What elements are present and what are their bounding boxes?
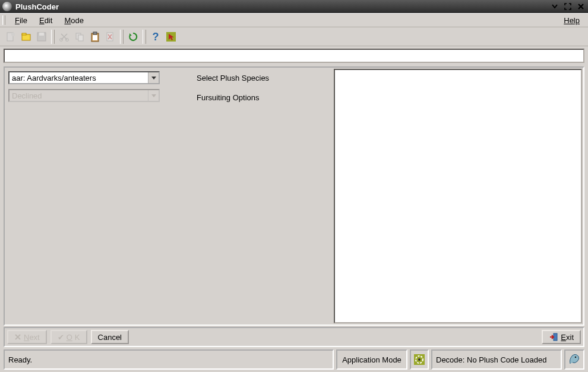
refresh-button[interactable] [126, 30, 140, 44]
svg-rect-5 [39, 33, 44, 36]
ok-label: K [75, 333, 80, 342]
exit-button[interactable]: Exit [542, 330, 581, 344]
svg-rect-9 [78, 35, 83, 41]
minimize-button[interactable] [550, 2, 559, 11]
svg-point-19 [418, 358, 421, 361]
next-icon [14, 333, 21, 341]
menu-edit[interactable]: Edit [33, 15, 58, 26]
help-button[interactable]: ? [148, 30, 163, 44]
cancel-button[interactable]: Cancel [91, 330, 129, 344]
new-button [4, 30, 18, 44]
menubar: Fdocument.currentScript.previousElementS… [0, 13, 588, 27]
species-select[interactable]: aar: Aardvarks/anteaters [8, 71, 160, 84]
status-message: Ready. [4, 349, 334, 370]
menu-mode-label: ode [71, 16, 84, 25]
copy-button [72, 30, 87, 44]
next-label: ext [29, 333, 39, 342]
exit-icon [549, 332, 558, 342]
mascot-icon [564, 349, 584, 370]
delete-button [103, 30, 118, 44]
svg-rect-11 [93, 32, 97, 34]
cancel-label: Cancel [98, 333, 122, 342]
action-bar: Next ✔ OK Cancel Exit [4, 327, 584, 347]
menu-mode[interactable]: Mode [58, 15, 90, 26]
menu-file-label: ile [20, 16, 27, 25]
window-title: PlushCoder [15, 2, 59, 11]
status-decode: Decode: No Plush Code Loaded [431, 349, 562, 370]
main-area: aar: Aardvarks/anteaters Declined Select… [4, 66, 584, 326]
cursor-tool-button[interactable] [164, 30, 178, 44]
preview-pane [334, 69, 582, 323]
code-input[interactable] [4, 49, 584, 63]
species-select-value: aar: Aardvarks/anteaters [10, 74, 148, 82]
left-pane: aar: Aardvarks/anteaters Declined [5, 68, 168, 325]
statusbar: Ready. Application Mode Decode: No Plush… [4, 349, 584, 370]
menu-help[interactable]: Help [558, 15, 586, 26]
svg-rect-12 [93, 35, 97, 40]
menubar-handle[interactable] [2, 15, 5, 25]
next-button: Next [7, 330, 47, 344]
mid-pane: Select Plush Species Fursuiting Options [168, 68, 333, 325]
species-label: Select Plush Species [173, 71, 328, 91]
open-button[interactable] [19, 30, 33, 44]
svg-point-20 [575, 357, 576, 358]
exit-label: xit [566, 333, 574, 342]
window-titlebar: PlushCoder [0, 0, 588, 13]
chevron-down-icon [148, 72, 159, 83]
app-icon [2, 2, 12, 11]
status-mode-label: Application Mode [336, 349, 407, 370]
save-button [34, 30, 49, 44]
cut-button [57, 30, 71, 44]
menu-edit-label: dit [45, 16, 53, 25]
menu-help-label: Help [564, 16, 580, 25]
toolbar: ? [0, 27, 588, 46]
fursuit-select: Declined [8, 89, 160, 102]
fursuit-select-value: Declined [10, 91, 148, 100]
maximize-button[interactable] [563, 2, 573, 11]
fursuit-label: Fursuiting Options [173, 91, 328, 110]
svg-point-1 [11, 33, 15, 36]
chevron-down-icon [148, 90, 159, 101]
svg-rect-3 [22, 33, 26, 35]
status-mode-icon [410, 349, 429, 370]
paste-button[interactable] [88, 30, 102, 44]
svg-text:?: ? [153, 31, 159, 43]
menu-file[interactable]: Fdocument.currentScript.previousElementS… [9, 15, 33, 26]
close-button[interactable] [576, 2, 586, 11]
ok-button: ✔ OK [50, 330, 87, 344]
